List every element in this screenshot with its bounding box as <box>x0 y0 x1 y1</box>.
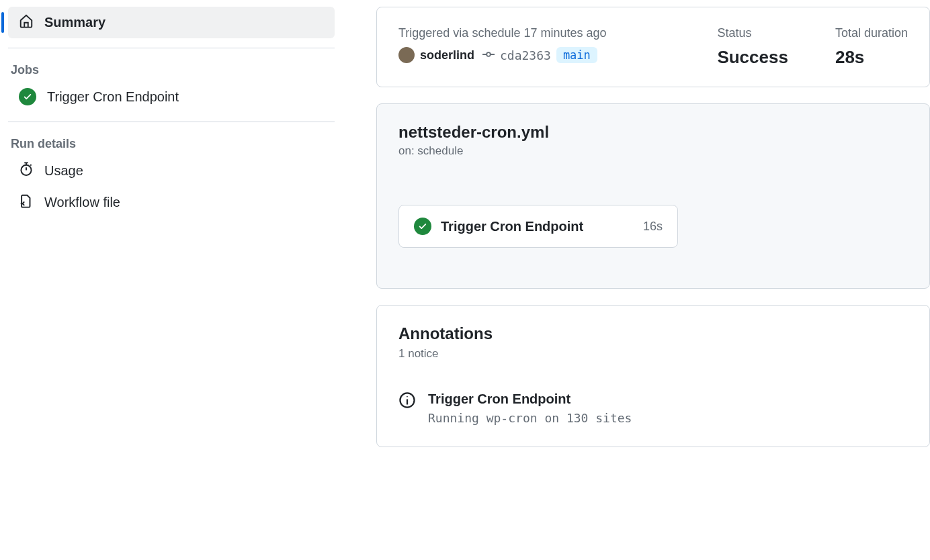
run-details-heading: Run details <box>8 129 335 155</box>
sidebar: Summary Jobs Trigger Cron Endpoint Run d… <box>0 7 343 477</box>
sidebar-item-label: Summary <box>44 15 105 30</box>
stopwatch-icon <box>19 162 34 180</box>
workflow-file-name[interactable]: nettsteder-cron.yml <box>398 123 908 142</box>
annotations-title: Annotations <box>398 324 908 343</box>
annotation-body: Trigger Cron Endpoint Running wp-cron on… <box>428 391 632 425</box>
avatar[interactable] <box>398 47 415 63</box>
commit-icon <box>482 48 495 62</box>
annotations-card: Annotations 1 notice Trigger Cron Endpoi… <box>376 305 930 447</box>
info-icon <box>398 391 416 411</box>
main-content: Triggered via schedule 17 minutes ago so… <box>343 7 930 477</box>
sidebar-item-workflow-file[interactable]: Workflow file <box>8 187 335 218</box>
branch-badge[interactable]: main <box>556 47 597 63</box>
trigger-row: soderlind cda2363 main <box>398 47 670 63</box>
divider <box>8 48 335 48</box>
svg-point-1 <box>487 52 491 56</box>
status-block: Status Success <box>717 26 788 68</box>
trigger-block: Triggered via schedule 17 minutes ago so… <box>398 26 670 68</box>
duration-block: Total duration 28s <box>835 26 908 68</box>
run-meta-card: Triggered via schedule 17 minutes ago so… <box>376 7 930 87</box>
annotation-item[interactable]: Trigger Cron Endpoint Running wp-cron on… <box>398 391 908 425</box>
sidebar-item-label: Trigger Cron Endpoint <box>47 89 179 105</box>
sidebar-item-job[interactable]: Trigger Cron Endpoint <box>8 81 335 112</box>
home-icon <box>19 13 34 32</box>
annotation-message: Running wp-cron on 130 sites <box>428 411 632 425</box>
annotations-count: 1 notice <box>398 347 908 361</box>
commit-link[interactable]: cda2363 <box>500 48 551 62</box>
status-label: Status <box>717 26 788 40</box>
check-circle-icon <box>19 88 36 105</box>
status-value: Success <box>717 47 788 68</box>
sidebar-item-label: Usage <box>44 163 83 179</box>
job-duration: 16s <box>643 220 663 234</box>
job-name: Trigger Cron Endpoint <box>441 219 634 234</box>
job-card[interactable]: Trigger Cron Endpoint 16s <box>398 205 678 248</box>
jobs-heading: Jobs <box>8 55 335 81</box>
author-link[interactable]: soderlind <box>420 48 474 62</box>
trigger-label: Triggered via schedule 17 minutes ago <box>398 26 670 40</box>
workflow-card: nettsteder-cron.yml on: schedule Trigger… <box>376 103 930 289</box>
workflow-on: on: schedule <box>398 144 908 158</box>
sidebar-item-label: Workflow file <box>44 195 120 210</box>
annotation-title: Trigger Cron Endpoint <box>428 391 632 407</box>
divider <box>8 122 335 122</box>
check-circle-icon <box>414 218 431 235</box>
sidebar-item-summary[interactable]: Summary <box>8 7 335 38</box>
duration-value[interactable]: 28s <box>835 47 908 68</box>
file-code-icon <box>19 193 34 212</box>
sidebar-item-usage[interactable]: Usage <box>8 155 335 187</box>
duration-label: Total duration <box>835 26 908 40</box>
